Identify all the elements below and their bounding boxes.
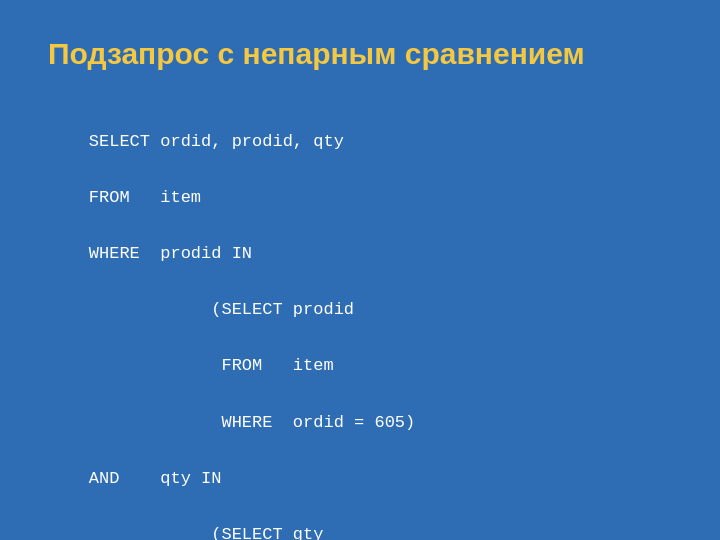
slide: Подзапрос с непарным сравнением SELECT o…	[0, 0, 720, 540]
code-line-7: AND qty IN	[89, 469, 222, 488]
code-line-2: FROM item	[89, 188, 201, 207]
code-line-6: WHERE ordid = 605)	[89, 413, 415, 432]
code-block: SELECT ordid, prodid, qty FROM item WHER…	[48, 100, 672, 540]
code-line-4: (SELECT prodid	[89, 300, 354, 319]
code-line-8: (SELECT qty	[89, 525, 324, 540]
slide-title: Подзапрос с непарным сравнением	[48, 36, 672, 72]
code-line-1: SELECT ordid, prodid, qty	[89, 132, 344, 151]
code-line-3: WHERE prodid IN	[89, 244, 252, 263]
code-line-5: FROM item	[89, 356, 334, 375]
